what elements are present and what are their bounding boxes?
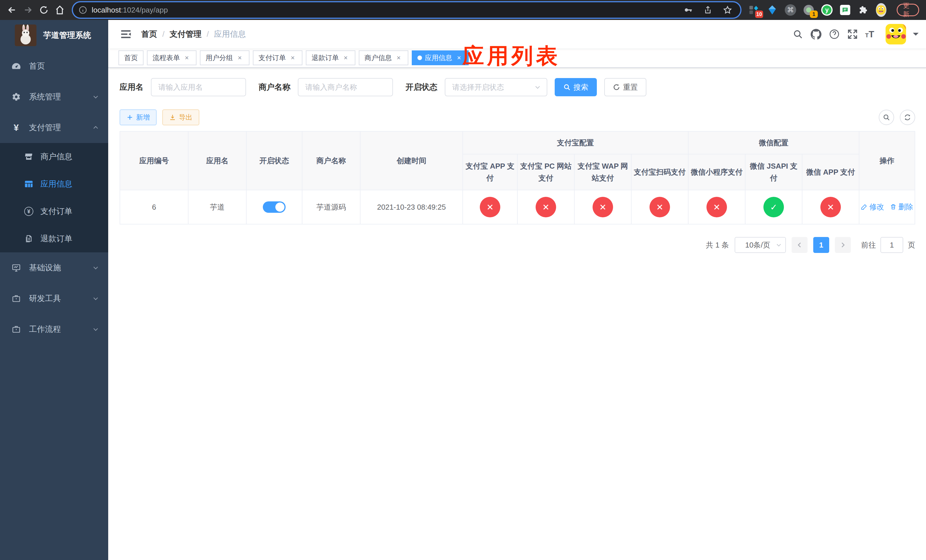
tab-merchant-info[interactable]: 商户信息× — [359, 50, 409, 65]
col-alipay-qr: 支付宝扫码支付 — [631, 154, 688, 190]
chevron-up-icon — [92, 124, 99, 131]
browser-toolbar: localhost:1024/pay/app 10 ⌘ 1 — [0, 0, 926, 20]
sidebar-item-dev-tools[interactable]: 研发工具 — [0, 283, 108, 314]
app-main: 应用名 商户名称 开启状态 请选择开启状态 搜索 — [108, 68, 926, 560]
page-number-current[interactable]: 1 — [813, 237, 829, 253]
monitor-chart-icon — [11, 263, 21, 272]
tab-process-form[interactable]: 流程表单× — [147, 50, 197, 65]
cell-app-name: 芋道 — [188, 190, 246, 224]
close-icon[interactable]: × — [183, 54, 191, 62]
briefcase-icon — [11, 294, 21, 303]
close-icon[interactable]: × — [455, 54, 463, 62]
extension-tabs-icon[interactable]: 10 — [748, 4, 760, 16]
breadcrumb-current: 应用信息 — [214, 29, 246, 39]
tab-user-group[interactable]: 用户分组× — [200, 50, 250, 65]
sidebar-item-system[interactable]: 系统管理 — [0, 82, 108, 112]
tags-view: 首页 流程表单× 用户分组× 支付订单× 退款订单× 商户信息× 应用信息× — [108, 48, 926, 68]
github-icon[interactable] — [810, 29, 822, 40]
app-title: 芋道管理系统 — [43, 30, 91, 41]
font-size-icon[interactable]: TT — [865, 29, 874, 39]
share-icon[interactable] — [703, 5, 713, 15]
status-switch[interactable] — [263, 201, 286, 213]
reset-button[interactable]: 重置 — [604, 78, 646, 96]
add-button[interactable]: 新增 — [120, 109, 157, 125]
extension-chat-icon[interactable] — [840, 4, 851, 16]
address-bar[interactable]: localhost:1024/pay/app — [73, 2, 740, 18]
sidebar-collapse-icon[interactable] — [120, 28, 132, 41]
edit-button[interactable]: 修改 — [861, 202, 884, 212]
extension-kite-icon[interactable] — [767, 4, 778, 16]
close-icon[interactable]: × — [236, 54, 244, 62]
close-icon[interactable]: × — [289, 54, 297, 62]
search-icon — [563, 83, 570, 91]
briefcase-icon — [11, 324, 21, 334]
tab-home[interactable]: 首页 — [118, 50, 144, 65]
pagination: 共 1 条 10条/页 1 前往 页 — [120, 237, 915, 253]
tab-refund-orders[interactable]: 退款订单× — [306, 50, 356, 65]
next-page-button[interactable] — [835, 237, 851, 253]
sidebar-item-refund-orders[interactable]: 退款订单 — [0, 225, 108, 252]
prev-page-button[interactable] — [791, 237, 808, 253]
breadcrumb-payment[interactable]: 支付管理 — [170, 29, 201, 39]
url-text[interactable]: localhost:1024/pay/app — [92, 6, 683, 15]
breadcrumb-home[interactable]: 首页 — [141, 29, 157, 39]
sidebar-item-payment[interactable]: ¥ 支付管理 — [0, 112, 108, 143]
password-key-icon[interactable] — [683, 5, 693, 15]
sidebar-item-app-info[interactable]: 应用信息 — [0, 170, 108, 198]
avatar-dropdown-caret-icon[interactable] — [913, 33, 918, 38]
chrome-update-button[interactable]: 更新 — [897, 4, 919, 16]
cell-merchant: 芋道源码 — [302, 190, 360, 224]
user-avatar[interactable] — [885, 24, 906, 44]
sidebar-item-workflow[interactable]: 工作流程 — [0, 314, 108, 345]
document-icon — [24, 234, 33, 244]
search-button[interactable]: 搜索 — [555, 78, 597, 96]
toggle-search-button[interactable] — [879, 110, 894, 125]
cell-created: 2021-10-23 08:49:25 — [360, 190, 463, 224]
refresh-table-button[interactable] — [900, 110, 915, 125]
chevron-down-icon — [534, 84, 541, 91]
status-cross-icon: ✕ — [593, 197, 613, 217]
goto-page-input[interactable] — [881, 237, 903, 253]
app-name-input[interactable] — [151, 78, 246, 96]
delete-button[interactable]: 删除 — [890, 202, 913, 212]
browser-back-icon[interactable] — [5, 3, 20, 17]
browser-reload-icon[interactable] — [36, 3, 51, 17]
close-icon[interactable]: × — [342, 54, 350, 62]
bookmark-star-icon[interactable] — [723, 5, 732, 15]
status-cross-icon: ✕ — [649, 197, 670, 217]
status-cross-icon: ✕ — [707, 197, 727, 217]
tab-pay-orders[interactable]: 支付订单× — [253, 50, 303, 65]
help-icon[interactable] — [829, 29, 840, 40]
status-select[interactable]: 请选择开启状态 — [445, 78, 547, 96]
apps-table: 应用编号 应用名 开启状态 商户名称 创建时间 支付宝配置 微信配置 操作 支付… — [120, 131, 915, 224]
page-size-select[interactable]: 10条/页 — [735, 237, 786, 253]
col-status: 开启状态 — [246, 131, 302, 190]
grid-icon — [24, 179, 33, 189]
col-alipay-pc: 支付宝 PC 网站支付 — [517, 154, 574, 190]
browser-forward-icon[interactable] — [21, 3, 35, 17]
sidebar-item-merchant-info[interactable]: 商户信息 — [0, 143, 108, 170]
extension-y-icon[interactable]: y — [821, 4, 832, 16]
close-icon[interactable]: × — [395, 54, 402, 62]
col-created: 创建时间 — [360, 131, 463, 190]
site-info-icon[interactable] — [79, 6, 87, 14]
cell-app-id: 6 — [120, 190, 188, 224]
app-logo[interactable]: 芋道管理系统 — [0, 20, 108, 51]
fullscreen-icon[interactable] — [847, 29, 858, 40]
extensions-puzzle-icon[interactable] — [858, 4, 869, 16]
browser-home-icon[interactable] — [52, 3, 67, 17]
sidebar-item-pay-orders[interactable]: ¥ 支付订单 — [0, 198, 108, 225]
search-icon[interactable] — [792, 29, 803, 40]
sidebar-item-home[interactable]: 首页 — [0, 51, 108, 82]
export-button[interactable]: 导出 — [162, 109, 199, 125]
extension-command-icon[interactable]: ⌘ — [785, 4, 796, 16]
chevron-down-icon — [92, 94, 99, 100]
extensions-area: 10 ⌘ 1 y 更新 — [748, 3, 926, 17]
merchant-name-input[interactable] — [298, 78, 393, 96]
extension-profile-icon[interactable]: 1 — [803, 4, 814, 16]
browser-profile-avatar[interactable] — [876, 3, 887, 17]
col-actions: 操作 — [859, 131, 915, 190]
tab-app-info[interactable]: 应用信息× — [412, 50, 469, 65]
logo-image — [15, 24, 36, 46]
sidebar-item-infrastructure[interactable]: 基础设施 — [0, 252, 108, 283]
